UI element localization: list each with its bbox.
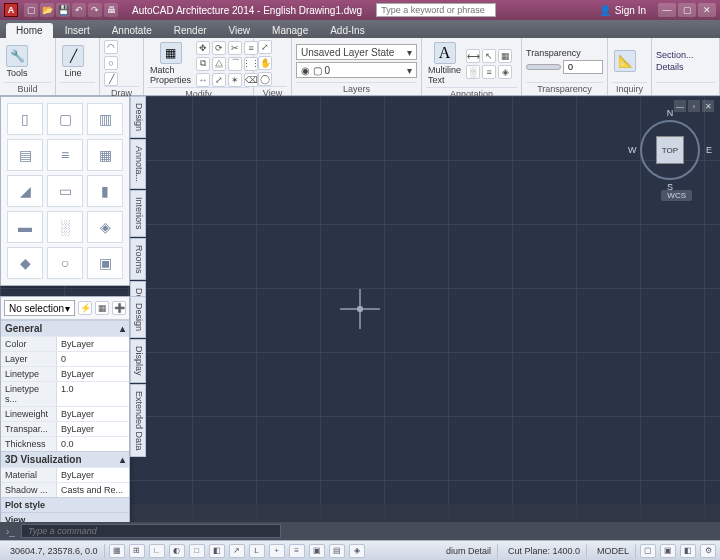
leader-icon[interactable]: ↖ <box>482 49 496 63</box>
qat-print-icon[interactable]: 🖶 <box>104 3 118 17</box>
prop-value[interactable]: ByLayer <box>56 468 129 482</box>
snap-toggle[interactable]: ▦ <box>109 544 125 558</box>
tab-render[interactable]: Render <box>164 23 217 38</box>
minimize-button[interactable]: — <box>658 3 676 17</box>
fillet-icon[interactable]: ⌒ <box>228 57 242 71</box>
prop-tab-design[interactable]: Design <box>130 296 146 338</box>
tab-insert[interactable]: Insert <box>55 23 100 38</box>
tool-palette[interactable]: ▯ ▢ ▥ ▤ ≡ ▦ ◢ ▭ ▮ ▬ ░ ◈ ◆ ○ ▣ <box>0 96 130 286</box>
prop-row[interactable]: MaterialByLayer <box>1 467 129 482</box>
section-3dviz[interactable]: 3D Visualization▴ <box>1 451 129 467</box>
qat-undo-icon[interactable]: ↶ <box>72 3 86 17</box>
tp-window-icon[interactable]: ▥ <box>87 103 123 135</box>
quickselect-icon[interactable]: ⚡ <box>78 301 92 315</box>
tab-view[interactable]: View <box>219 23 261 38</box>
prop-value[interactable]: ByLayer <box>56 407 129 421</box>
transparency-slider[interactable] <box>526 64 561 70</box>
tp-railing-icon[interactable]: ▦ <box>87 139 123 171</box>
prop-row[interactable]: LineweightByLayer <box>1 406 129 421</box>
tools-button[interactable]: 🔧Tools <box>4 43 30 80</box>
prop-row[interactable]: LinetypeByLayer <box>1 366 129 381</box>
model-space-toggle[interactable]: MODEL <box>591 544 636 558</box>
field-icon[interactable]: ≡ <box>482 65 496 79</box>
orbit-icon[interactable]: ◯ <box>258 72 272 86</box>
tp-opening-icon[interactable]: ○ <box>47 247 83 279</box>
otrack-toggle[interactable]: ↗ <box>229 544 245 558</box>
status-icon-4[interactable]: ⚙ <box>700 544 716 558</box>
palette-tab-rooms[interactable]: Rooms <box>130 238 146 281</box>
tp-column-icon[interactable]: ▮ <box>87 175 123 207</box>
table-icon[interactable]: ▦ <box>498 49 512 63</box>
prop-row[interactable]: Layer0 <box>1 351 129 366</box>
osnap-toggle[interactable]: □ <box>189 544 205 558</box>
tp-beam-icon[interactable]: ▬ <box>7 211 43 243</box>
section-general[interactable]: General▴ <box>1 320 129 336</box>
prop-tab-display[interactable]: Display <box>130 339 146 383</box>
match-properties-button[interactable]: ▦Match Properties <box>148 40 193 87</box>
doc-close-button[interactable]: ✕ <box>702 100 714 112</box>
qat-save-icon[interactable]: 💾 <box>56 3 70 17</box>
qat-redo-icon[interactable]: ↷ <box>88 3 102 17</box>
status-icon-2[interactable]: ▣ <box>660 544 676 558</box>
tab-manage[interactable]: Manage <box>262 23 318 38</box>
polar-toggle[interactable]: ◐ <box>169 544 185 558</box>
close-button[interactable]: ✕ <box>698 3 716 17</box>
zoomext-icon[interactable]: ⤢ <box>258 40 272 54</box>
section-view[interactable]: View <box>1 512 129 522</box>
arc-icon[interactable]: ◠ <box>104 40 118 54</box>
prop-row[interactable]: Shadow ...Casts and Re... <box>1 482 129 497</box>
drawing-canvas[interactable]: — ▫ ✕ TOP N S E W WCS Y X vorlage katalo… <box>0 96 720 522</box>
sc-toggle[interactable]: ◈ <box>349 544 365 558</box>
app-logo[interactable]: A <box>4 3 18 17</box>
dim-icon[interactable]: ⟷ <box>466 49 480 63</box>
status-icon-1[interactable]: ▢ <box>640 544 656 558</box>
tpy-toggle[interactable]: ▣ <box>309 544 325 558</box>
tp-stair-icon[interactable]: ≡ <box>47 139 83 171</box>
scale-icon[interactable]: ⤢ <box>212 73 226 87</box>
tp-space-icon[interactable]: ◈ <box>87 211 123 243</box>
tp-curtain-icon[interactable]: ▤ <box>7 139 43 171</box>
tp-roof-icon[interactable]: ◢ <box>7 175 43 207</box>
mtext-button[interactable]: AMultiline Text <box>426 40 463 87</box>
lwt-toggle[interactable]: ≡ <box>289 544 305 558</box>
prop-value[interactable]: ByLayer <box>56 337 129 351</box>
tag-icon[interactable]: ◈ <box>498 65 512 79</box>
prop-row[interactable]: Transpar...ByLayer <box>1 421 129 436</box>
sign-in-button[interactable]: 👤 Sign In <box>599 5 646 16</box>
stretch-icon[interactable]: ↔ <box>196 73 210 87</box>
tab-addins[interactable]: Add-Ins <box>320 23 374 38</box>
doc-restore-button[interactable]: ▫ <box>688 100 700 112</box>
prop-value[interactable]: ByLayer <box>56 422 129 436</box>
tab-home[interactable]: Home <box>6 23 53 38</box>
keyword-search-input[interactable] <box>376 3 496 17</box>
explode-icon[interactable]: ✶ <box>228 73 242 87</box>
inquiry-button[interactable]: 📐 <box>612 48 638 74</box>
layer-combo[interactable]: ◉ ▢ 0▾ <box>296 62 417 78</box>
ortho-toggle[interactable]: ∟ <box>149 544 165 558</box>
trim-icon[interactable]: ✂ <box>228 41 242 55</box>
palette-tab-design[interactable]: Design <box>130 96 146 138</box>
polyline-icon[interactable]: ╱ <box>104 72 118 86</box>
command-input[interactable] <box>21 524 281 538</box>
details-link[interactable]: Details <box>656 62 694 72</box>
section-plotstyle[interactable]: Plot style <box>1 497 129 512</box>
move-icon[interactable]: ✥ <box>196 41 210 55</box>
maximize-button[interactable]: ▢ <box>678 3 696 17</box>
qat-new-icon[interactable]: ▢ <box>24 3 38 17</box>
grid-toggle[interactable]: ⊞ <box>129 544 145 558</box>
selectall-icon[interactable]: ▦ <box>95 301 109 315</box>
circle-icon[interactable]: ○ <box>104 56 118 70</box>
viewcube-face[interactable]: TOP <box>656 136 684 164</box>
tab-annotate[interactable]: Annotate <box>102 23 162 38</box>
transparency-input[interactable] <box>563 60 603 74</box>
prop-value[interactable]: ByLayer <box>56 367 129 381</box>
hatch-icon[interactable]: ░ <box>466 65 480 79</box>
ducs-toggle[interactable]: L <box>249 544 265 558</box>
prop-tab-extended[interactable]: Extended Data <box>130 384 146 458</box>
doc-minimize-button[interactable]: — <box>674 100 686 112</box>
section-link[interactable]: Section... <box>656 50 694 60</box>
prop-value[interactable]: 1.0 <box>56 382 129 406</box>
pickadd-icon[interactable]: ➕ <box>112 301 126 315</box>
tp-slab-icon[interactable]: ▭ <box>47 175 83 207</box>
prop-row[interactable]: Linetype s...1.0 <box>1 381 129 406</box>
